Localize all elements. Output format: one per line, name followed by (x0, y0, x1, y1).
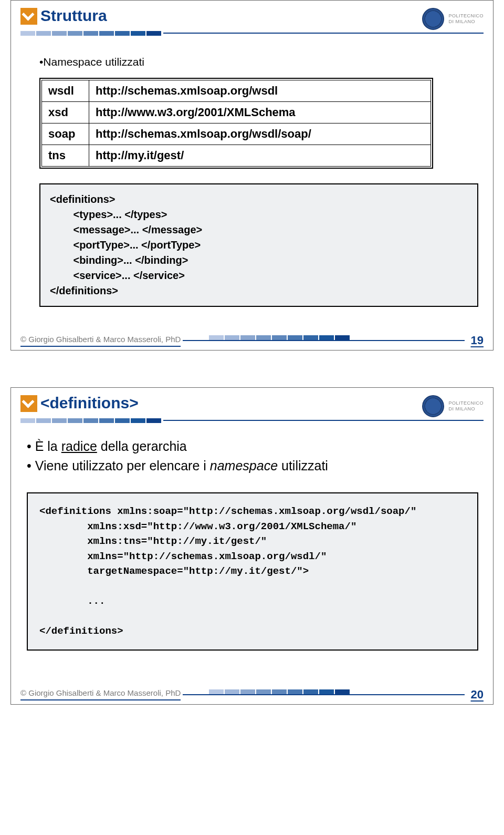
ns-uri: http://www.w3.org/2001/XMLSchema (89, 102, 431, 123)
code-block: <definitions xmlns:soap="http://schemas.… (27, 492, 478, 651)
logo-seal-icon (422, 395, 444, 417)
slide-header: <definitions> POLITECNICO DI MILANO (20, 395, 484, 417)
table-row: tns http://my.it/gest/ (42, 145, 431, 167)
slide-1: Struttura POLITECNICO DI MILANO •Namespa… (10, 0, 494, 351)
code-block: <definitions> <types>... </types> <messa… (39, 183, 478, 307)
slide-footer: © Giorgio Ghisalberti & Marco Masseroli,… (20, 685, 484, 704)
bullet-underline: radice (61, 439, 97, 453)
bullet-text: utilizzati (278, 458, 328, 473)
slide-2: <definitions> POLITECNICO DI MILANO • È … (10, 387, 494, 705)
footer-accent (183, 694, 464, 695)
bullet-italic: namespace (210, 458, 278, 473)
table-row: wsdl http://schemas.xmlsoap.org/wsdl (42, 80, 431, 102)
footer-copyright: © Giorgio Ghisalberti & Marco Masseroli,… (20, 688, 181, 700)
bullet-text: • Viene utilizzato per elencare i (27, 458, 210, 473)
ns-uri: http://schemas.xmlsoap.org/wsdl (89, 80, 431, 102)
slide-title: <definitions> (40, 394, 139, 412)
slide-title: Struttura (40, 7, 107, 25)
slide-header: Struttura POLITECNICO DI MILANO (20, 8, 484, 30)
ns-uri: http://schemas.xmlsoap.org/wsdl/soap/ (89, 123, 431, 145)
page-number: 20 (467, 688, 484, 702)
title-block: Struttura (20, 8, 107, 25)
slide-footer: © Giorgio Ghisalberti & Marco Masseroli,… (20, 331, 484, 350)
slide-body: • È la radice della gerarchia • Viene ut… (20, 432, 484, 680)
footer-accent (183, 340, 464, 341)
logo-block: POLITECNICO DI MILANO (422, 8, 484, 30)
ns-prefix: wsdl (42, 80, 89, 102)
accent-bar (20, 418, 484, 423)
logo-block: POLITECNICO DI MILANO (422, 395, 484, 417)
ns-prefix: xsd (42, 102, 89, 123)
logo-seal-icon (422, 8, 444, 30)
slide-body: •Namespace utilizzati wsdl http://schema… (20, 45, 484, 326)
ns-uri: http://my.it/gest/ (89, 145, 431, 167)
bullet-text: • È la (27, 439, 61, 453)
title-block: <definitions> (20, 395, 139, 412)
table-row: soap http://schemas.xmlsoap.org/wsdl/soa… (42, 123, 431, 145)
ns-prefix: tns (42, 145, 89, 167)
table-row: xsd http://www.w3.org/2001/XMLSchema (42, 102, 431, 123)
ns-prefix: soap (42, 123, 89, 145)
bullet-text: della gerarchia (97, 439, 187, 453)
accent-bar (20, 31, 484, 36)
arrow-icon (20, 395, 37, 412)
footer-copyright: © Giorgio Ghisalberti & Marco Masseroli,… (20, 335, 181, 347)
logo-text: POLITECNICO DI MILANO (448, 400, 484, 412)
logo-text: POLITECNICO DI MILANO (448, 13, 484, 25)
page-number: 19 (467, 334, 484, 347)
bullet-line: • Viene utilizzato per elencare i namesp… (27, 458, 478, 473)
slide-frame: <definitions> POLITECNICO DI MILANO • È … (10, 387, 494, 705)
arrow-icon (20, 8, 37, 25)
intro-bullet: •Namespace utilizzati (39, 56, 478, 68)
namespace-table: wsdl http://schemas.xmlsoap.org/wsdl xsd… (39, 78, 433, 169)
slide-frame: Struttura POLITECNICO DI MILANO •Namespa… (10, 0, 494, 351)
bullet-line: • È la radice della gerarchia (27, 439, 478, 454)
